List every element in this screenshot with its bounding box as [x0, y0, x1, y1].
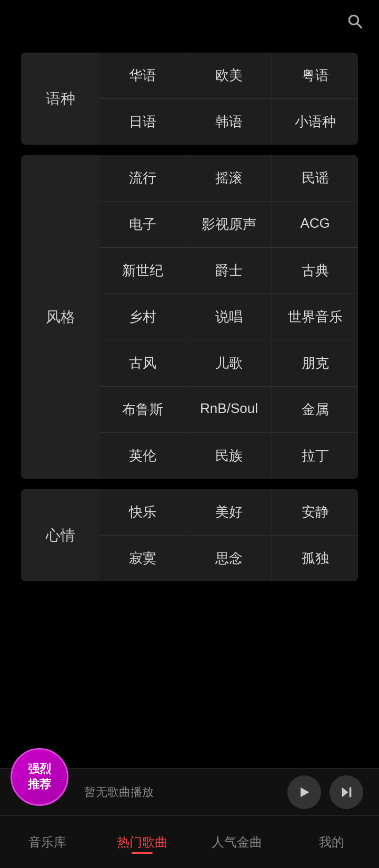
- mood-cell-meihao[interactable]: 美好: [186, 489, 272, 535]
- style-cell-minzu[interactable]: 民族: [186, 433, 272, 479]
- search-button[interactable]: [343, 9, 366, 33]
- language-label: 语种: [21, 53, 100, 145]
- main-content: 语种 华语 欧美 粤语 日语 韩语 小语种 风格: [0, 53, 379, 655]
- svg-rect-4: [350, 787, 352, 797]
- language-cell-yue[interactable]: 粤语: [272, 53, 358, 98]
- nav-item-mine[interactable]: 我的: [284, 829, 379, 856]
- svg-marker-3: [342, 787, 348, 797]
- language-cell-ri[interactable]: 日语: [100, 99, 186, 145]
- style-cell-gudian[interactable]: 古典: [272, 248, 358, 294]
- style-cell-shuchang[interactable]: 说唱: [186, 294, 272, 340]
- language-cell-hua[interactable]: 华语: [100, 53, 186, 98]
- style-section: 风格 流行 摇滚 民谣 电子 影视原声 ACG 新世纪 爵士 古典: [21, 155, 358, 479]
- style-cell-liuxing[interactable]: 流行: [100, 155, 186, 201]
- language-table: 语种 华语 欧美 粤语 日语 韩语 小语种: [21, 53, 358, 145]
- style-label: 风格: [21, 155, 100, 479]
- nav-item-hot-songs[interactable]: 热门歌曲: [95, 829, 190, 856]
- style-row-3: 新世纪 爵士 古典: [100, 247, 358, 294]
- style-cells: 流行 摇滚 民谣 电子 影视原声 ACG 新世纪 爵士 古典 乡村 说唱: [100, 155, 358, 479]
- language-cell-xiao[interactable]: 小语种: [272, 99, 358, 145]
- style-cell-shijie[interactable]: 世界音乐: [272, 294, 358, 340]
- style-cell-xinshiji[interactable]: 新世纪: [100, 248, 186, 294]
- nav-item-popular-hits[interactable]: 人气金曲: [190, 829, 284, 856]
- status-bar: [0, 0, 379, 42]
- mood-row-2: 寂寞 思念 孤独: [100, 535, 358, 581]
- mood-cells: 快乐 美好 安静 寂寞 思念 孤独: [100, 489, 358, 581]
- player-controls: [287, 775, 363, 809]
- svg-point-0: [349, 15, 358, 24]
- mood-cell-anjing[interactable]: 安静: [272, 489, 358, 535]
- mood-cell-sinian[interactable]: 思念: [186, 536, 272, 581]
- bottom-nav: 音乐库 热门歌曲 人气金曲 我的: [0, 815, 379, 868]
- style-cell-dianzi[interactable]: 电子: [100, 201, 186, 247]
- language-row-1: 华语 欧美 粤语: [100, 53, 358, 98]
- recommend-line2: 推荐: [28, 777, 51, 792]
- recommend-badge[interactable]: 强烈 推荐: [11, 748, 68, 806]
- style-cell-yaogun[interactable]: 摇滚: [186, 155, 272, 201]
- style-cell-rnb[interactable]: RnB/Soul: [186, 387, 272, 432]
- mood-section: 心情 快乐 美好 安静 寂寞 思念 孤独: [21, 489, 358, 581]
- style-cell-minyao[interactable]: 民谣: [272, 155, 358, 201]
- player-bar: 强烈 推荐 暂无歌曲播放: [0, 768, 379, 815]
- mood-cell-gudu[interactable]: 孤独: [272, 536, 358, 581]
- style-cell-jinshu[interactable]: 金属: [272, 387, 358, 432]
- mood-cell-kuaile[interactable]: 快乐: [100, 489, 186, 535]
- style-row-1: 流行 摇滚 民谣: [100, 155, 358, 201]
- player-status: 暂无歌曲播放: [84, 784, 287, 800]
- style-cell-yingshi[interactable]: 影视原声: [186, 201, 272, 247]
- style-row-6: 布鲁斯 RnB/Soul 金属: [100, 386, 358, 432]
- svg-line-1: [357, 24, 362, 28]
- style-cell-xiangcun[interactable]: 乡村: [100, 294, 186, 340]
- mood-row-1: 快乐 美好 安静: [100, 489, 358, 535]
- style-row-2: 电子 影视原声 ACG: [100, 201, 358, 247]
- style-cell-gufeng[interactable]: 古风: [100, 340, 186, 386]
- nav-item-music-library[interactable]: 音乐库: [0, 829, 95, 856]
- svg-marker-2: [301, 787, 309, 797]
- language-cell-han[interactable]: 韩语: [186, 99, 272, 145]
- style-row-7: 英伦 民族 拉丁: [100, 432, 358, 479]
- style-row-5: 古风 儿歌 朋克: [100, 340, 358, 386]
- style-cell-jueshi[interactable]: 爵士: [186, 248, 272, 294]
- mood-table: 心情 快乐 美好 安静 寂寞 思念 孤独: [21, 489, 358, 581]
- play-button[interactable]: [287, 775, 321, 809]
- language-cell-oumei[interactable]: 欧美: [186, 53, 272, 98]
- recommend-line1: 强烈: [28, 762, 51, 777]
- style-row-4: 乡村 说唱 世界音乐: [100, 294, 358, 340]
- style-cell-pengke[interactable]: 朋克: [272, 340, 358, 386]
- style-cell-lading[interactable]: 拉丁: [272, 433, 358, 479]
- language-row-2: 日语 韩语 小语种: [100, 98, 358, 145]
- mood-label: 心情: [21, 489, 100, 581]
- style-cell-acg[interactable]: ACG: [272, 201, 358, 247]
- style-cell-erge[interactable]: 儿歌: [186, 340, 272, 386]
- mood-cell-jimo[interactable]: 寂寞: [100, 536, 186, 581]
- next-button[interactable]: [330, 775, 363, 809]
- style-table: 风格 流行 摇滚 民谣 电子 影视原声 ACG 新世纪 爵士 古典: [21, 155, 358, 479]
- language-cells: 华语 欧美 粤语 日语 韩语 小语种: [100, 53, 358, 145]
- style-cell-yinglun[interactable]: 英伦: [100, 433, 186, 479]
- language-section: 语种 华语 欧美 粤语 日语 韩语 小语种: [21, 53, 358, 145]
- style-cell-bulusi[interactable]: 布鲁斯: [100, 387, 186, 432]
